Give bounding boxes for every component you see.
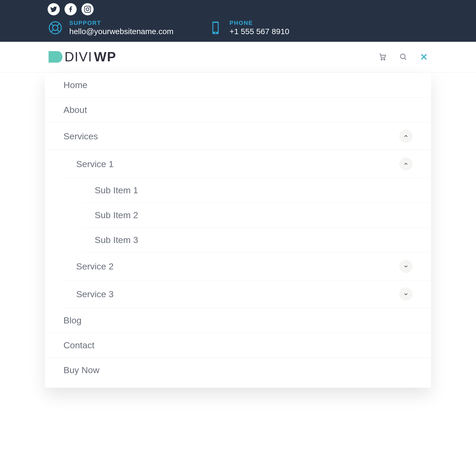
support-value[interactable]: hello@yourwebsitename.com bbox=[69, 27, 173, 36]
chevron-up-icon[interactable] bbox=[399, 130, 413, 143]
nav-contact-label: Contact bbox=[63, 340, 94, 350]
svg-line-4 bbox=[57, 23, 60, 26]
nav-about-label: About bbox=[63, 105, 87, 115]
svg-point-2 bbox=[53, 25, 58, 30]
twitter-icon[interactable] bbox=[48, 3, 60, 15]
svg-line-13 bbox=[404, 58, 406, 60]
mobile-menu: Home About Services Service 1 Sub Item 1… bbox=[45, 73, 431, 388]
logo-text-part1: DIVI bbox=[65, 49, 92, 65]
support-block: SUPPORT hello@yourwebsitename.com bbox=[48, 20, 173, 36]
svg-line-3 bbox=[51, 23, 53, 26]
nav-buy-now-label: Buy Now bbox=[63, 365, 99, 375]
nav-service-1-label: Service 1 bbox=[76, 159, 114, 169]
svg-point-10 bbox=[381, 59, 382, 60]
contact-row: SUPPORT hello@yourwebsitename.com PHONE … bbox=[48, 20, 428, 36]
nav-sub-item-3[interactable]: Sub Item 3 bbox=[82, 228, 431, 253]
nav-sub-item-2-label: Sub Item 2 bbox=[95, 210, 138, 220]
nav-sub-item-2[interactable]: Sub Item 2 bbox=[82, 203, 431, 228]
svg-line-6 bbox=[57, 30, 60, 32]
phone-label: PHONE bbox=[230, 20, 289, 26]
facebook-icon[interactable] bbox=[65, 3, 77, 15]
nav-blog[interactable]: Blog bbox=[45, 308, 431, 333]
svg-point-0 bbox=[89, 7, 90, 8]
svg-point-11 bbox=[384, 59, 385, 60]
nav-sub-item-3-label: Sub Item 3 bbox=[95, 235, 138, 245]
header: DIVIWP bbox=[0, 42, 476, 73]
phone-block: PHONE +1 555 567 8910 bbox=[208, 20, 289, 36]
services-submenu: Service 1 Sub Item 1 Sub Item 2 Sub Item… bbox=[63, 150, 431, 308]
nav-about[interactable]: About bbox=[45, 98, 431, 122]
nav-service-1[interactable]: Service 1 bbox=[63, 150, 431, 178]
logo-mark-icon bbox=[48, 49, 63, 65]
chevron-down-icon[interactable] bbox=[399, 260, 413, 273]
instagram-icon[interactable] bbox=[81, 3, 94, 15]
logo-text-part2: WP bbox=[94, 49, 116, 65]
svg-rect-8 bbox=[213, 23, 218, 32]
support-label: SUPPORT bbox=[69, 20, 173, 26]
service-1-submenu: Sub Item 1 Sub Item 2 Sub Item 3 bbox=[82, 178, 431, 253]
nav-contact[interactable]: Contact bbox=[45, 333, 431, 358]
header-tools bbox=[378, 52, 428, 61]
close-icon[interactable] bbox=[419, 52, 428, 61]
nav-services[interactable]: Services bbox=[45, 122, 431, 150]
search-icon[interactable] bbox=[399, 52, 408, 61]
chevron-down-icon[interactable] bbox=[399, 287, 413, 301]
lifebuoy-icon bbox=[48, 20, 63, 35]
nav-service-2[interactable]: Service 2 bbox=[63, 253, 431, 280]
social-row bbox=[48, 3, 428, 15]
chevron-up-icon[interactable] bbox=[399, 157, 413, 171]
nav-sub-item-1-label: Sub Item 1 bbox=[95, 185, 138, 195]
nav-sub-item-1[interactable]: Sub Item 1 bbox=[82, 178, 431, 203]
svg-point-12 bbox=[400, 54, 405, 59]
nav-home[interactable]: Home bbox=[45, 73, 431, 98]
nav-service-2-label: Service 2 bbox=[76, 261, 114, 272]
nav-services-label: Services bbox=[63, 131, 98, 141]
nav-home-label: Home bbox=[63, 80, 88, 90]
cart-icon[interactable] bbox=[378, 52, 387, 61]
nav-service-3[interactable]: Service 3 bbox=[63, 280, 431, 308]
nav-blog-label: Blog bbox=[63, 315, 81, 326]
logo[interactable]: DIVIWP bbox=[48, 49, 116, 65]
phone-icon bbox=[208, 20, 223, 35]
svg-line-5 bbox=[51, 30, 53, 32]
nav-service-3-label: Service 3 bbox=[76, 289, 114, 299]
nav-buy-now[interactable]: Buy Now bbox=[45, 358, 431, 382]
phone-value[interactable]: +1 555 567 8910 bbox=[230, 27, 289, 36]
topbar: SUPPORT hello@yourwebsitename.com PHONE … bbox=[0, 0, 476, 42]
svg-point-9 bbox=[215, 32, 216, 33]
